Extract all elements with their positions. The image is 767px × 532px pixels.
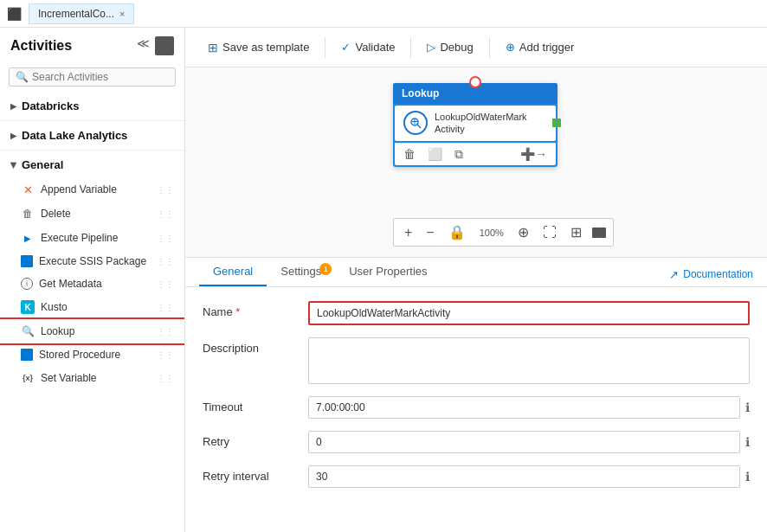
list-item[interactable]: Execute SSIS Package ⋮⋮ <box>0 250 184 272</box>
zoom-out-icon[interactable]: − <box>422 223 437 242</box>
node-delete-icon[interactable]: 🗑 <box>403 147 416 162</box>
retry-interval-input-wrap: ℹ <box>308 465 750 488</box>
triangle-icon: ▶ <box>10 102 16 111</box>
sidebar-title: Activities <box>10 38 72 54</box>
tab-user-properties[interactable]: User Properties <box>335 258 441 286</box>
title-bar: ⬛ IncrementalCo... × <box>0 0 767 28</box>
list-item[interactable]: i Get Metadata ⋮⋮ <box>0 272 184 295</box>
item-left: K Kusto <box>21 300 68 314</box>
grid-icon[interactable]: ⊞ <box>567 222 585 242</box>
drag-handle-icon: ⋮⋮ <box>157 257 174 266</box>
tab-user-properties-label: User Properties <box>349 265 427 278</box>
node-add-activity-icon[interactable]: ➕→ <box>520 147 547 162</box>
save-template-button[interactable]: ⊞ Save as template <box>199 36 318 59</box>
debug-label: Debug <box>440 41 473 54</box>
name-input-wrap <box>308 301 750 325</box>
timeout-input[interactable] <box>308 396 740 419</box>
sidebar-search: 🔍 <box>0 64 184 93</box>
tab-general[interactable]: General <box>199 258 267 286</box>
node-body-icon <box>403 111 428 135</box>
tab-settings-label: Settings <box>280 265 321 278</box>
fit-page-icon[interactable]: ⛶ <box>539 223 560 242</box>
list-item[interactable]: K Kusto ⋮⋮ <box>0 295 184 319</box>
stored-procedure-icon <box>21 349 33 361</box>
drag-handle-icon: ⋮⋮ <box>157 303 174 312</box>
triangle-icon-datalake: ▶ <box>10 131 16 140</box>
tab-general-label: General <box>213 265 253 278</box>
zoom-in-icon[interactable]: + <box>401 223 416 242</box>
item-left: Execute SSIS Package <box>21 255 146 267</box>
drag-handle-icon: ⋮⋮ <box>157 350 174 360</box>
sidebar-controls: ≪ <box>137 36 174 55</box>
svg-line-1 <box>417 125 421 128</box>
item-label: Execute SSIS Package <box>39 255 146 267</box>
debug-button[interactable]: ▷ Debug <box>418 36 481 58</box>
title-tab[interactable]: IncrementalCo... × <box>29 3 134 24</box>
item-label: Append Variable <box>41 183 117 195</box>
item-left: Stored Procedure <box>21 349 120 361</box>
content-area: ⊞ Save as template ✓ Validate ▷ Debug ⊕ … <box>185 28 767 532</box>
sidebar-category-datalake[interactable]: ▶ Data Lake Analytics <box>0 123 184 148</box>
add-trigger-button[interactable]: ⊕ Add trigger <box>497 36 583 58</box>
zoom-fit-icon[interactable]: 100% <box>476 226 507 240</box>
node-copy-icon[interactable]: ⧉ <box>454 147 463 162</box>
toolbar: ⊞ Save as template ✓ Validate ▷ Debug ⊕ … <box>185 28 767 67</box>
category-label-datalake: Data Lake Analytics <box>22 129 127 142</box>
list-item[interactable]: Stored Procedure ⋮⋮ <box>0 343 184 366</box>
drag-handle-icon: ⋮⋮ <box>157 209 174 219</box>
append-variable-icon: ✕ <box>21 183 35 196</box>
lock-icon[interactable]: 🔒 <box>445 222 469 242</box>
item-label: Kusto <box>41 301 68 313</box>
sidebar-item-lookup[interactable]: 🔍 Lookup ⋮⋮ <box>0 319 184 343</box>
get-metadata-icon: i <box>21 278 33 290</box>
retry-input[interactable] <box>308 431 740 453</box>
item-label: Lookup <box>41 325 74 337</box>
node-header-label: Lookup <box>402 87 439 99</box>
search-input[interactable] <box>32 71 169 83</box>
execute-pipeline-icon: ▶ <box>21 231 35 245</box>
sidebar-category-databricks[interactable]: ▶ Databricks <box>0 93 184 119</box>
item-left: ▶ Execute Pipeline <box>21 231 118 245</box>
node-label: LookupOldWaterMarkActivity <box>435 111 527 136</box>
retry-interval-info-icon[interactable]: ℹ <box>745 470 750 484</box>
name-row: Name * <box>203 301 750 325</box>
item-label: Set Variable <box>41 372 96 384</box>
minimap-icon[interactable] <box>592 228 606 238</box>
node-clone-icon[interactable]: ⬜ <box>428 147 442 162</box>
retry-interval-input[interactable] <box>308 465 740 488</box>
sidebar-category-general[interactable]: ▶ General <box>0 152 184 177</box>
validate-button[interactable]: ✓ Validate <box>332 36 403 58</box>
name-input[interactable] <box>308 301 750 325</box>
collapse-icon[interactable]: ≪ <box>137 36 150 55</box>
search-input-wrap[interactable]: 🔍 <box>9 67 176 87</box>
description-input[interactable] <box>308 337 750 384</box>
drag-handle-icon: ⋮⋮ <box>157 234 174 243</box>
canvas[interactable]: Lookup LookupOldWaterMarkActivity <box>185 67 767 258</box>
description-label: Description <box>203 337 298 355</box>
item-left: ✕ Append Variable <box>21 183 117 196</box>
list-item[interactable]: ▶ Execute Pipeline ⋮⋮ <box>0 226 184 250</box>
add-trigger-icon: ⊕ <box>506 41 515 54</box>
node-footer: 🗑 ⬜ ⧉ ➕→ <box>395 143 556 165</box>
list-item[interactable]: 🗑 Delete ⋮⋮ <box>0 202 184 226</box>
tab-settings[interactable]: Settings 1 <box>267 258 335 286</box>
retry-label: Retry <box>203 431 298 448</box>
add-activity-icon[interactable] <box>155 36 174 55</box>
canvas-toolbar: + − 🔒 100% ⊕ ⛶ ⊞ <box>393 218 614 247</box>
node-right-connector <box>552 119 561 127</box>
documentation-link[interactable]: ↗ Documentation <box>669 258 753 286</box>
props-content: Name * Description Timeout <box>185 287 767 532</box>
timeout-info-icon[interactable]: ℹ <box>745 401 750 414</box>
lookup-node[interactable]: Lookup LookupOldWaterMarkActivity <box>393 83 558 167</box>
list-item[interactable]: ✕ Append Variable ⋮⋮ <box>0 177 184 202</box>
execute-ssis-icon <box>21 255 33 267</box>
retry-info-icon[interactable]: ℹ <box>745 435 750 449</box>
lookup-icon: 🔍 <box>21 324 35 338</box>
toolbar-separator-3 <box>489 37 490 58</box>
category-label-databricks: Databricks <box>22 99 79 112</box>
drag-handle-icon: ⋮⋮ <box>157 374 174 383</box>
zoom-extent-icon[interactable]: ⊕ <box>514 222 532 242</box>
item-label: Stored Procedure <box>39 349 120 361</box>
close-icon[interactable]: × <box>119 9 125 19</box>
list-item[interactable]: {x} Set Variable ⋮⋮ <box>0 366 184 390</box>
